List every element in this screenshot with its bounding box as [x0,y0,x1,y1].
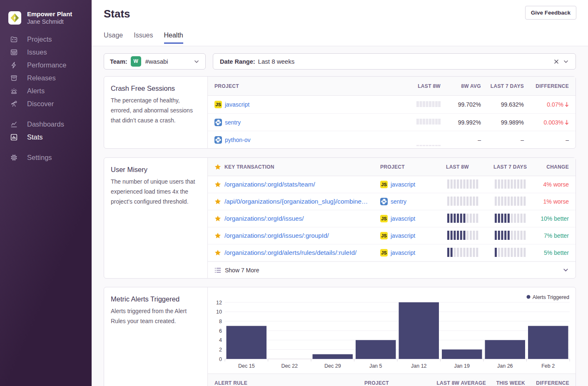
svg-text:8: 8 [219,319,222,324]
svg-text:6: 6 [219,328,222,334]
svg-text:4: 4 [219,337,222,343]
svg-text:12: 12 [216,300,222,306]
svg-text:Jan 26: Jan 26 [497,363,513,369]
svg-text:10: 10 [216,309,222,315]
svg-text:0: 0 [219,356,222,362]
svg-text:Jan 12: Jan 12 [411,363,427,369]
svg-text:Jan 19: Jan 19 [454,363,470,369]
svg-text:Alerts Triggered: Alerts Triggered [533,294,569,300]
svg-text:2: 2 [219,347,222,353]
svg-text:Dec 29: Dec 29 [324,363,341,369]
svg-text:Dec 15: Dec 15 [238,363,255,369]
svg-text:Jan 5: Jan 5 [369,363,382,369]
svg-text:Feb 2: Feb 2 [541,363,555,369]
svg-text:Dec 22: Dec 22 [281,363,298,369]
